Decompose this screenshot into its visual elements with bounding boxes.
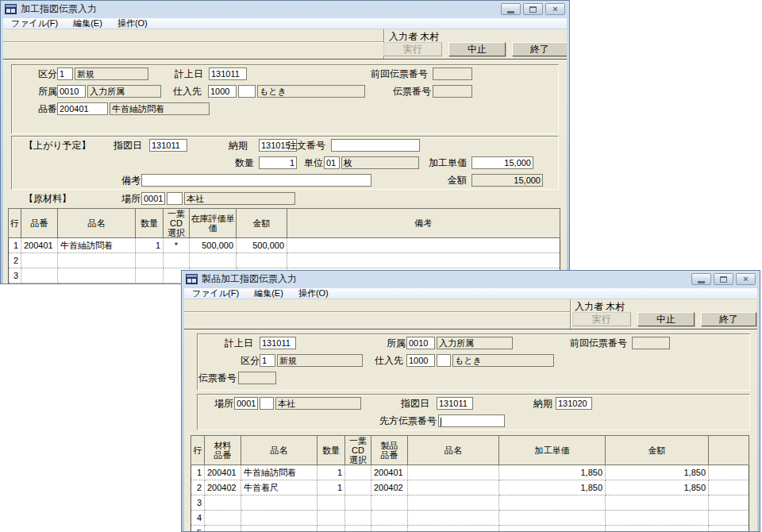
partner-slip-field[interactable]	[438, 414, 505, 427]
table-cell[interactable]: 200402	[371, 480, 408, 495]
table-cell[interactable]: 500,000	[237, 238, 287, 253]
due-date-field[interactable]: 131020	[556, 397, 592, 410]
table-cell[interactable]	[371, 526, 408, 532]
table-cell[interactable]: 1,850	[606, 465, 709, 480]
instruction-date-field[interactable]: 131011	[437, 397, 473, 410]
unit-code-field[interactable]: 01	[324, 156, 340, 169]
table-cell[interactable]	[237, 253, 287, 268]
execute-button[interactable]: 実行	[383, 42, 442, 56]
table-cell[interactable]	[205, 495, 241, 511]
table-cell[interactable]	[499, 511, 606, 526]
table-cell[interactable]	[205, 511, 241, 526]
table-cell[interactable]	[606, 511, 709, 526]
instruction-date-field[interactable]: 131011	[149, 139, 187, 152]
table-cell[interactable]	[345, 480, 371, 495]
table-cell[interactable]	[408, 495, 499, 511]
menu-file[interactable]: ファイル(F)	[5, 18, 64, 29]
table-cell[interactable]: 1	[318, 480, 345, 495]
table-cell[interactable]	[408, 465, 499, 480]
menu-edit[interactable]: 編集(E)	[67, 18, 109, 29]
table-cell[interactable]	[164, 253, 190, 268]
maximize-button[interactable]	[523, 3, 543, 15]
table-cell[interactable]: 1,850	[499, 465, 606, 480]
titlebar[interactable]: 加工指図伝票入力 ×	[1, 1, 569, 17]
table-cell[interactable]: 500,000	[190, 238, 237, 253]
table-cell[interactable]	[241, 526, 318, 532]
department-code-field[interactable]: 0010	[57, 85, 86, 98]
table-cell[interactable]: 牛首紬訪問着	[241, 465, 318, 480]
menu-edit[interactable]: 編集(E)	[248, 288, 290, 299]
table-cell[interactable]	[58, 268, 136, 283]
table-cell[interactable]	[371, 495, 408, 511]
table-cell[interactable]	[287, 253, 560, 268]
exit-button[interactable]: 終了	[701, 312, 756, 326]
table-cell[interactable]	[318, 511, 345, 526]
table-cell[interactable]	[58, 283, 136, 284]
supplier-code-field[interactable]: 1000	[406, 354, 435, 367]
table-cell[interactable]	[606, 495, 709, 511]
table-cell[interactable]	[709, 511, 749, 526]
table-cell[interactable]	[58, 253, 136, 268]
table-cell[interactable]: 200402	[205, 480, 241, 495]
table-cell[interactable]: 200401	[205, 465, 241, 480]
table-cell[interactable]: 牛首着尺	[241, 480, 318, 495]
record-date-field[interactable]: 131011	[209, 67, 247, 80]
menu-file[interactable]: ファイル(F)	[186, 288, 245, 299]
table-cell[interactable]	[499, 495, 606, 511]
table-cell[interactable]: 牛首紬訪問着	[58, 238, 136, 253]
table-cell[interactable]	[136, 268, 164, 283]
table-cell[interactable]: 1	[136, 238, 164, 253]
place-code-field[interactable]: 0001	[141, 192, 165, 205]
note-field[interactable]	[141, 174, 371, 187]
table-cell[interactable]: 200401	[21, 238, 58, 253]
table-cell[interactable]: 1,850	[499, 480, 606, 495]
table-cell[interactable]	[408, 480, 499, 495]
process-unit-price-field[interactable]: 15,000	[471, 156, 533, 169]
place-code-field[interactable]: 0001	[234, 397, 258, 410]
table-cell[interactable]: 1,850	[606, 480, 709, 495]
category-code-field[interactable]: 1	[57, 67, 73, 80]
titlebar[interactable]: 製品加工指図伝票入力 ×	[182, 271, 760, 287]
category-code-field[interactable]: 1	[260, 354, 275, 367]
department-code-field[interactable]: 0010	[406, 337, 435, 349]
minimize-button[interactable]	[501, 3, 521, 15]
table-cell[interactable]	[345, 495, 371, 511]
abort-button[interactable]: 中止	[637, 312, 695, 326]
table-cell[interactable]	[136, 253, 164, 268]
place-sub-field[interactable]	[260, 397, 274, 410]
order-no-field[interactable]	[331, 139, 420, 152]
table-cell[interactable]	[21, 253, 58, 268]
exit-button[interactable]: 終了	[512, 42, 567, 56]
supplier-sub-field[interactable]	[437, 354, 451, 367]
table-cell[interactable]	[21, 283, 58, 284]
close-button[interactable]: ×	[545, 3, 565, 15]
execute-button[interactable]: 実行	[572, 312, 631, 326]
table-cell[interactable]	[709, 526, 749, 532]
place-sub-field[interactable]	[167, 192, 183, 205]
table-cell[interactable]	[345, 526, 371, 532]
table-cell[interactable]	[287, 238, 560, 253]
supplier-sub-field[interactable]	[238, 85, 256, 98]
table-cell[interactable]	[345, 465, 371, 480]
table-cell[interactable]	[241, 511, 318, 526]
table-cell[interactable]: 1	[318, 465, 345, 480]
table-cell[interactable]	[190, 253, 237, 268]
table-cell[interactable]: *	[164, 238, 190, 253]
table-cell[interactable]	[345, 511, 371, 526]
table-cell[interactable]	[606, 526, 709, 532]
table-cell[interactable]	[408, 526, 499, 532]
table-cell[interactable]	[709, 495, 749, 511]
table-cell[interactable]	[408, 511, 499, 526]
table-cell[interactable]: 200401	[371, 465, 408, 480]
table-cell[interactable]	[241, 495, 318, 511]
minimize-button[interactable]	[691, 273, 711, 285]
record-date-field[interactable]: 131011	[260, 337, 296, 349]
menu-operation[interactable]: 操作(O)	[111, 18, 154, 29]
table-cell[interactable]	[499, 526, 606, 532]
table-cell[interactable]	[318, 495, 345, 511]
table-cell[interactable]	[318, 526, 345, 532]
table-cell[interactable]	[21, 268, 58, 283]
item-no-field[interactable]: 200401	[57, 102, 108, 115]
menu-operation[interactable]: 操作(O)	[292, 288, 335, 299]
table-cell[interactable]	[709, 465, 749, 480]
